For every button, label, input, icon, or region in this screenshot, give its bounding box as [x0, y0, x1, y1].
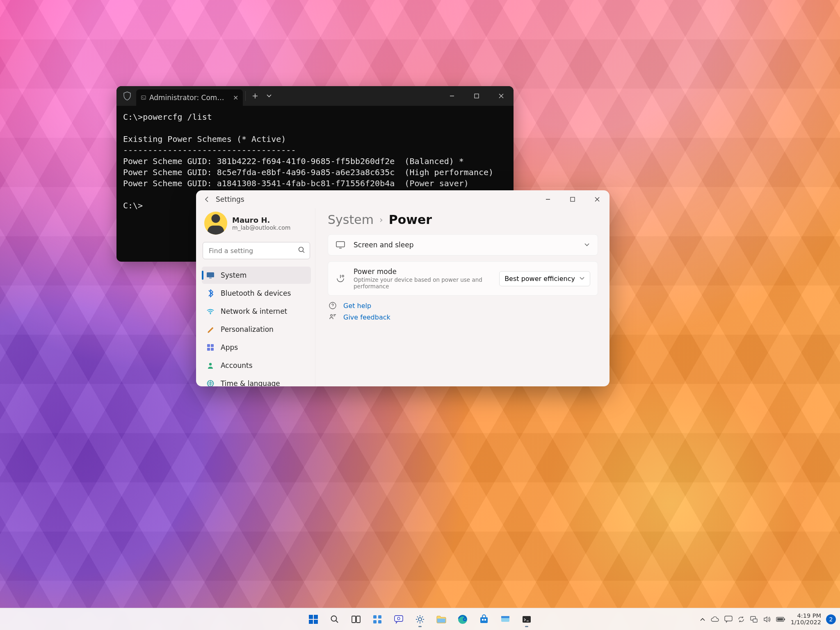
settings-minimize-button[interactable]	[536, 190, 560, 208]
tab-close-icon[interactable]: ✕	[233, 94, 239, 102]
power-mode-dropdown[interactable]: Best power efficiency	[499, 271, 590, 286]
sidebar-item-personalization[interactable]: Personalization	[202, 321, 311, 338]
svg-rect-4	[207, 272, 214, 277]
sidebar-item-label: Apps	[221, 343, 238, 352]
settings-titlebar[interactable]: Settings	[196, 190, 609, 208]
settings-close-button[interactable]	[585, 190, 609, 208]
settings-search[interactable]	[203, 242, 310, 259]
sidebar-item-network-internet[interactable]: Network & internet	[202, 303, 311, 320]
card-title: Screen and sleep	[354, 241, 576, 249]
updates-tray-icon[interactable]	[737, 616, 745, 623]
search-input[interactable]	[203, 242, 310, 259]
terminal-icon	[522, 615, 532, 624]
battery-tray-icon[interactable]	[776, 616, 786, 622]
terminal-titlebar[interactable]: Administrator: Command Prom ✕	[116, 86, 514, 106]
breadcrumb-parent[interactable]: System	[328, 212, 374, 227]
sidebar-item-accounts[interactable]: Accounts	[202, 357, 311, 374]
feedback-icon	[329, 313, 338, 321]
chevron-right-icon: ›	[379, 215, 383, 225]
svg-rect-9	[207, 348, 210, 351]
svg-rect-1	[475, 94, 479, 98]
terminal-tab[interactable]: Administrator: Command Prom ✕	[136, 89, 243, 106]
notification-badge[interactable]: 2	[826, 614, 836, 624]
user-account-card[interactable]: Mauro H. m_lab@outlook.com	[202, 210, 311, 236]
breadcrumb-current: Power	[389, 212, 432, 227]
svg-rect-13	[336, 242, 345, 247]
widgets-button[interactable]	[369, 611, 386, 628]
chat-tray-icon[interactable]	[724, 616, 733, 623]
user-name: Mauro H.	[232, 216, 290, 224]
onedrive-tray-icon[interactable]	[710, 616, 719, 623]
nav-icon	[206, 362, 215, 369]
sidebar-item-time-language[interactable]: Time & language	[202, 375, 311, 386]
search-icon	[298, 246, 305, 253]
cmd-icon	[141, 94, 146, 101]
folder-icon	[436, 615, 447, 624]
taskbar-app-settings[interactable]	[411, 611, 429, 628]
give-feedback-link[interactable]: Give feedback	[329, 313, 598, 321]
speaker-icon	[763, 616, 771, 623]
settings-maximize-button[interactable]	[560, 190, 585, 208]
svg-rect-10	[211, 348, 214, 351]
tab-separator	[245, 91, 246, 101]
taskbar-app-explorer[interactable]	[433, 611, 450, 628]
network-tray-icon[interactable]	[750, 616, 758, 623]
taskbar-app-terminal[interactable]	[518, 611, 535, 628]
sidebar-item-system[interactable]: System	[202, 267, 311, 284]
battery-icon	[776, 616, 786, 622]
svg-rect-20	[314, 620, 318, 624]
svg-point-11	[209, 363, 212, 365]
taskbar[interactable]: 4:19 PM 1/10/2022 2	[0, 608, 840, 630]
taskbar-app-store[interactable]	[475, 611, 493, 628]
gear-icon	[415, 614, 425, 625]
back-button[interactable]	[200, 192, 214, 206]
svg-rect-5	[209, 278, 212, 278]
start-button[interactable]	[305, 611, 322, 628]
sidebar-item-apps[interactable]: Apps	[202, 339, 311, 356]
taskbar-app-generic1[interactable]	[497, 611, 514, 628]
close-button[interactable]	[489, 86, 514, 106]
svg-rect-31	[437, 619, 445, 623]
svg-point-30	[418, 618, 422, 621]
sync-icon	[737, 616, 745, 623]
get-help-link[interactable]: Get help	[329, 301, 598, 310]
task-view-button[interactable]	[347, 611, 365, 628]
svg-rect-26	[373, 620, 377, 623]
maximize-button[interactable]	[464, 86, 489, 106]
search-icon	[330, 614, 340, 624]
chat-button[interactable]	[390, 611, 407, 628]
power-mode-card: Power mode Optimize your device based on…	[328, 261, 598, 296]
settings-window[interactable]: Settings Mauro H. m_lab@outlook.com	[196, 190, 609, 386]
svg-rect-43	[777, 618, 783, 621]
power-icon	[336, 274, 346, 283]
minimize-icon	[449, 93, 455, 99]
taskbar-app-edge[interactable]	[454, 611, 471, 628]
minimize-button[interactable]	[440, 86, 464, 106]
screen-and-sleep-card[interactable]: Screen and sleep	[328, 234, 598, 256]
avatar	[204, 212, 227, 235]
chat-icon	[724, 616, 733, 623]
expand-button[interactable]	[584, 242, 590, 247]
settings-main: System › Power Screen and sleep	[315, 208, 609, 386]
svg-rect-2	[571, 197, 575, 201]
sidebar-item-bluetooth-devices[interactable]: Bluetooth & devices	[202, 285, 311, 302]
volume-tray-icon[interactable]	[763, 616, 771, 623]
svg-rect-44	[784, 619, 785, 620]
arrow-left-icon	[203, 196, 211, 203]
taskbar-search-button[interactable]	[326, 611, 343, 628]
chevron-down-icon	[584, 242, 590, 247]
nav-icon	[206, 344, 215, 351]
terminal-tab-title: Administrator: Command Prom	[149, 94, 229, 102]
taskbar-tray[interactable]: 4:19 PM 1/10/2022 2	[700, 613, 840, 625]
close-icon	[499, 94, 504, 98]
chevron-down-icon	[266, 94, 272, 98]
tab-dropdown-button[interactable]	[262, 89, 276, 103]
nav-icon	[206, 326, 215, 333]
new-tab-button[interactable]	[248, 89, 262, 103]
taskbar-clock[interactable]: 4:19 PM 1/10/2022	[791, 613, 821, 625]
tray-overflow-button[interactable]	[700, 617, 705, 621]
nav-icon	[206, 289, 215, 297]
help-icon	[329, 301, 338, 310]
svg-rect-23	[356, 616, 360, 623]
svg-rect-41	[753, 619, 757, 622]
